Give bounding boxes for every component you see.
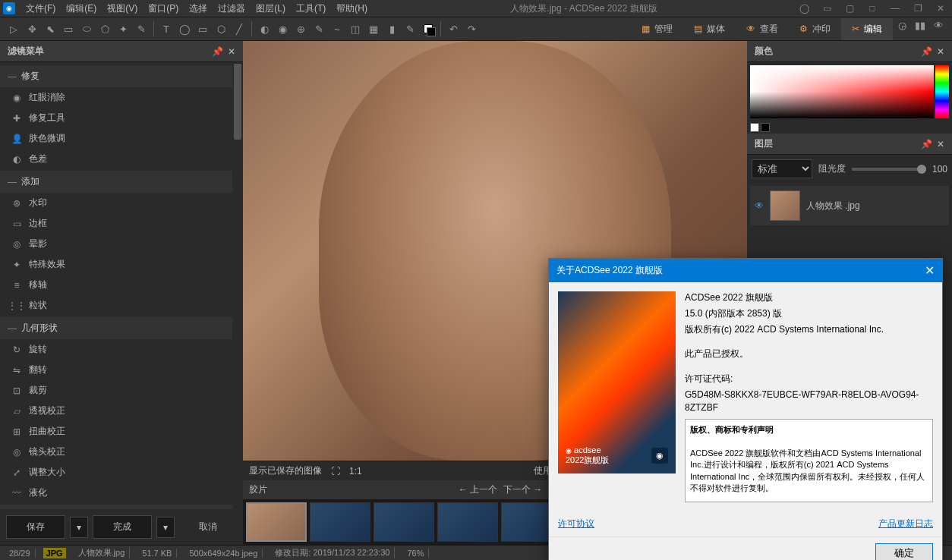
user-icon[interactable]: ◯ — [796, 2, 812, 14]
minimize-button[interactable]: — — [887, 2, 903, 14]
filter-flip[interactable]: ⇋翻转 — [0, 360, 232, 380]
filter-resize[interactable]: ⤢调整大小 — [0, 462, 232, 483]
about-ok-button[interactable]: 确定 — [875, 543, 933, 560]
filter-skin[interactable]: 👤肤色微调 — [0, 128, 232, 149]
selection-arrow-icon[interactable]: ⬉ — [43, 21, 58, 36]
pointer-tool-icon[interactable]: ▷ — [6, 21, 21, 36]
saved-image-toggle[interactable]: 显示已保存的图像 — [249, 464, 322, 477]
restore-button[interactable]: ❐ — [909, 2, 926, 14]
text-tool-icon[interactable]: T — [159, 21, 174, 36]
close-button[interactable]: ✕ — [932, 2, 949, 14]
menu-edit[interactable]: 编辑(E) — [61, 1, 101, 17]
menu-window[interactable]: 窗口(P) — [143, 1, 183, 17]
opacity-slider[interactable] — [852, 168, 926, 171]
layer-item[interactable]: 👁 人物效果 .jpg — [750, 186, 949, 225]
rect-select-icon[interactable]: ▭ — [61, 21, 76, 36]
redeye-icon-tool[interactable]: ◉ — [275, 21, 290, 36]
update-link[interactable]: 产品更新日志 — [878, 518, 933, 530]
fit-icon[interactable]: ⛶ — [331, 466, 340, 477]
filter-grain[interactable]: ⋮⋮粒状 — [0, 295, 232, 316]
tab-media[interactable]: ▤媒体 — [683, 18, 736, 40]
prev-button[interactable]: ← 上一个 — [459, 483, 497, 496]
menu-tool[interactable]: 工具(T) — [292, 1, 330, 17]
pin-icon[interactable]: 📌 — [921, 139, 932, 149]
extra-icon-3[interactable]: 👁 — [931, 18, 946, 33]
maximize-icon[interactable]: □ — [864, 2, 881, 14]
tab-view[interactable]: 👁查看 — [736, 18, 789, 40]
tab-edit[interactable]: ✂编辑 — [841, 18, 893, 40]
pin-icon[interactable]: 📌 — [212, 46, 223, 57]
filter-rotate[interactable]: ↻旋转 — [0, 339, 232, 360]
thumbnail[interactable] — [374, 502, 434, 542]
line-icon[interactable]: ╱ — [232, 21, 247, 36]
gradient-icon[interactable]: ▦ — [366, 21, 381, 36]
wand-icon[interactable]: ✦ — [115, 21, 131, 36]
restore-icon[interactable]: ▢ — [841, 2, 858, 14]
close-icon[interactable]: ✕ — [937, 46, 944, 57]
tab-develop[interactable]: ⚙冲印 — [789, 18, 841, 40]
polygon-icon[interactable]: ⬠ — [97, 21, 112, 36]
swatch-black[interactable] — [761, 123, 770, 132]
next-button[interactable]: 下一个 → — [503, 483, 542, 496]
filter-vignette[interactable]: ◎晕影 — [0, 234, 232, 254]
move-tool-icon[interactable]: ✥ — [24, 21, 39, 36]
menu-select[interactable]: 选择 — [184, 1, 212, 17]
redo-icon[interactable]: ↷ — [464, 21, 479, 36]
filter-aberration[interactable]: ◐色差 — [0, 149, 232, 169]
actual-icon[interactable]: 1:1 — [349, 466, 362, 477]
filter-perspective[interactable]: ▱透视校正 — [0, 401, 232, 421]
eraser-icon[interactable]: ◫ — [348, 21, 363, 36]
filter-border[interactable]: ▭边框 — [0, 213, 232, 234]
fill-icon[interactable]: ▮ — [384, 21, 399, 36]
done-dropdown-icon[interactable]: ▾ — [156, 517, 175, 538]
swatch-icon[interactable] — [421, 21, 436, 36]
filter-effects[interactable]: ✦特殊效果 — [0, 254, 232, 275]
menu-layer[interactable]: 图层(L) — [251, 1, 290, 17]
save-button[interactable]: 保存 — [6, 515, 65, 539]
group-geometry[interactable]: 几何形状 — [0, 317, 232, 339]
close-icon[interactable]: ✕ — [937, 139, 944, 149]
menu-filter[interactable]: 过滤器 — [213, 1, 250, 17]
save-dropdown-icon[interactable]: ▾ — [70, 517, 88, 538]
swatch-white[interactable] — [750, 123, 759, 132]
close-icon[interactable]: ✕ — [228, 46, 235, 57]
thumbnail[interactable] — [310, 502, 370, 542]
about-close-button[interactable]: ✕ — [925, 263, 935, 278]
group-repair[interactable]: 修复 — [0, 65, 232, 87]
filter-tiltshift[interactable]: ≡移轴 — [0, 275, 232, 295]
filter-watermark[interactable]: ⊛水印 — [0, 193, 232, 213]
menu-file[interactable]: 文件(F) — [21, 1, 60, 17]
eyedropper-icon[interactable]: ✎ — [402, 21, 418, 36]
ellipse-icon[interactable]: ◯ — [177, 21, 192, 36]
cancel-button[interactable]: 取消 — [179, 516, 237, 538]
done-button[interactable]: 完成 — [93, 515, 152, 539]
smudge-icon[interactable]: ~ — [329, 21, 345, 36]
hue-slider[interactable] — [935, 65, 949, 118]
visibility-icon[interactable]: 👁 — [755, 200, 764, 211]
menu-view[interactable]: 视图(V) — [102, 1, 142, 17]
menu-help[interactable]: 帮助(H) — [332, 1, 372, 17]
license-link[interactable]: 许可协议 — [558, 518, 594, 530]
thumbnail[interactable] — [437, 502, 498, 542]
color-picker[interactable] — [750, 65, 949, 118]
brush-select-icon[interactable]: ✎ — [134, 21, 149, 36]
tab-manage[interactable]: ▦管理 — [631, 18, 683, 40]
cascade-icon[interactable]: ▭ — [818, 2, 835, 14]
filter-redeye[interactable]: ◉红眼消除 — [0, 87, 232, 108]
filter-crop[interactable]: ⊡裁剪 — [0, 380, 232, 401]
clone-icon[interactable]: ⊕ — [293, 21, 308, 36]
thumbnail[interactable] — [246, 502, 307, 542]
group-add[interactable]: 添加 — [0, 171, 232, 193]
heal-icon[interactable]: ◐ — [257, 21, 272, 36]
about-legal-box[interactable]: 版权、商标和专利声明 ACDSee 2022 旗舰版软件和文档由ACD Syst… — [685, 419, 933, 502]
undo-icon[interactable]: ↶ — [446, 21, 461, 36]
blend-mode-select[interactable]: 标准 — [752, 159, 812, 178]
shape-icon[interactable]: ⬡ — [213, 21, 229, 36]
extra-icon-1[interactable]: ◶ — [894, 18, 909, 33]
extra-icon-2[interactable]: ▮▮ — [913, 18, 928, 33]
brush-icon[interactable]: ✎ — [311, 21, 326, 36]
pin-icon[interactable]: 📌 — [921, 46, 932, 57]
scrollbar[interactable] — [232, 62, 243, 509]
lasso-icon[interactable]: ⬭ — [79, 21, 94, 36]
rect-icon[interactable]: ▭ — [195, 21, 210, 36]
